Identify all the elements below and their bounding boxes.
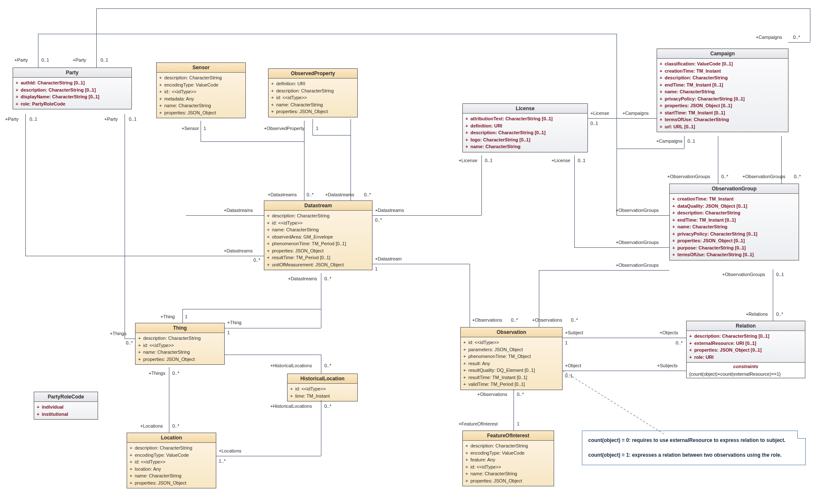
mult-label: 0..* [253,257,261,263]
constraints-title: constraints [687,362,805,370]
role-label: +HistoricalLocations [270,363,312,368]
role-label: +HistoricalLocations [270,404,312,409]
role-label: +Observations [477,392,507,397]
role-label: +Thing [227,320,242,325]
class-observedproperty: ObservedProperty +definition: URI +descr… [268,68,358,117]
mult-label: 1..* [219,458,226,463]
mult-label: 1 [375,266,378,271]
class-observationgroup: ObservationGroup +creationTime: TM_Insta… [669,184,799,260]
mult-label: 0..* [307,192,314,197]
mult-label: 1 [565,340,568,345]
role-label: +ObservationGroups [616,240,659,245]
mult-label: 0..1 [776,272,784,277]
note-fold-icon [797,431,805,439]
class-attrs: +individual +institutional [34,402,98,419]
class-attrs: +authId: CharacterString [0..1] +descrip… [13,78,131,109]
role-label: +Thing [160,314,175,319]
class-attrs: +description: CharacterString +encodingT… [157,73,245,118]
class-historicallocation: HistoricalLocation +id: <<idType>> +time… [287,374,358,401]
mult-label: 0..* [364,192,371,197]
mult-label: 0..* [511,317,518,322]
class-title: Campaign [657,49,788,59]
role-label: +Things [110,331,126,336]
mult-label: 0..* [571,317,578,322]
class-title: Relation [687,321,805,331]
role-label: +Observations [472,317,502,322]
mult-label: 0..1 [578,158,585,163]
role-label: +License [459,158,477,163]
role-label: +Subjects [657,363,678,368]
class-datastream: Datastream +description: CharacterString… [264,201,372,270]
mult-label: 1 [227,330,230,335]
class-title: Sensor [157,63,245,73]
role-label: +Locations [219,448,242,453]
class-attrs: +attributionText: CharacterString [0..1]… [463,114,587,152]
role-label: +FeatureOfInterest [459,421,498,426]
class-title: License [463,104,587,114]
class-license: License +attributionText: CharacterStrin… [462,103,588,152]
mult-label: 1 [204,126,206,131]
class-attrs: +description: CharacterString +id: <<idT… [136,333,224,364]
class-featureofinterest: FeatureOfInterest +description: Characte… [462,431,554,486]
class-attrs: +description: CharacterString +encodingT… [127,443,216,488]
class-campaign: Campaign +classification: ValueCode [0..… [657,49,788,132]
mult-label: 1 [185,314,187,319]
mult-label: 0..* [126,340,133,345]
mult-label: 0..* [794,174,801,179]
mult-label: 0..1 [485,158,492,163]
mult-label: 0..1 [590,121,598,126]
constraints-body: {count(object)+count(externalResource)==… [687,370,805,378]
class-title: ObservationGroup [670,184,799,194]
role-label: +Campaigns [622,111,649,116]
class-partyrolecode: PartyRoleCode +individual +institutional [34,392,98,420]
mult-label: 0..1 [565,373,573,378]
role-label: +Objects [660,330,678,335]
role-label: +Datastreams [288,276,317,281]
role-label: +Sensor [182,126,199,131]
class-title: Location [127,433,216,443]
class-title: Party [13,68,131,78]
mult-label: 0..1 [687,138,695,144]
role-label: +Observations [532,317,562,322]
class-thing: Thing +description: CharacterString +id:… [135,323,225,365]
role-label: +Party [5,117,19,122]
mult-label: 1 [517,421,519,426]
class-title: ObservedProperty [269,69,357,79]
class-attrs: +description: CharacterString +encodingT… [463,441,554,486]
mult-label: 0..* [721,174,728,179]
role-label: +Datastreams [375,208,404,213]
role-label: +Datastreams [268,192,297,197]
role-label: +Things [149,371,165,376]
role-label: +Object [565,363,581,368]
class-attrs: +id: <<idType>> +time: TM_Instant [288,384,357,401]
mult-label: 0..1 [101,57,108,62]
constraint-note: count(object) = 0: requires to use exter… [582,431,806,465]
class-party: Party +authId: CharacterString [0..1] +d… [13,68,132,109]
role-label: +ObservationGroups [616,208,659,213]
role-label: +ObservationGroups [616,263,659,268]
mult-label: 0..* [324,404,331,409]
role-label: +License [590,111,609,116]
role-label: +Campaigns [756,35,782,40]
role-label: +Locations [140,423,163,428]
mult-label: 0..* [172,423,179,428]
mult-label: 0..* [517,392,524,397]
class-attrs: +classification: ValueCode [0..1] +creat… [657,59,788,132]
role-label: +Party [104,117,118,122]
class-attrs: +id: <<idType>> +parameters: JSON_Object… [461,337,562,390]
role-label: +Subject [565,330,583,335]
role-label: +Datastreams [224,208,253,213]
role-label: +Party [73,57,86,62]
mult-label: 0..1 [30,117,37,122]
class-title: Thing [136,323,224,333]
class-attrs: +description: CharacterString +id: <<idT… [264,211,372,270]
class-attrs: +definition: URI +description: Character… [269,79,357,117]
class-observation: Observation +id: <<idType>> +parameters:… [460,327,562,390]
role-label: +Party [14,57,28,62]
class-title: PartyRoleCode [34,392,98,402]
role-label: +Datastreams [325,192,354,197]
class-sensor: Sensor +description: CharacterString +en… [156,62,246,118]
class-title: Observation [461,328,562,337]
class-title: Datastream [264,201,372,211]
class-title: HistoricalLocation [288,374,357,384]
